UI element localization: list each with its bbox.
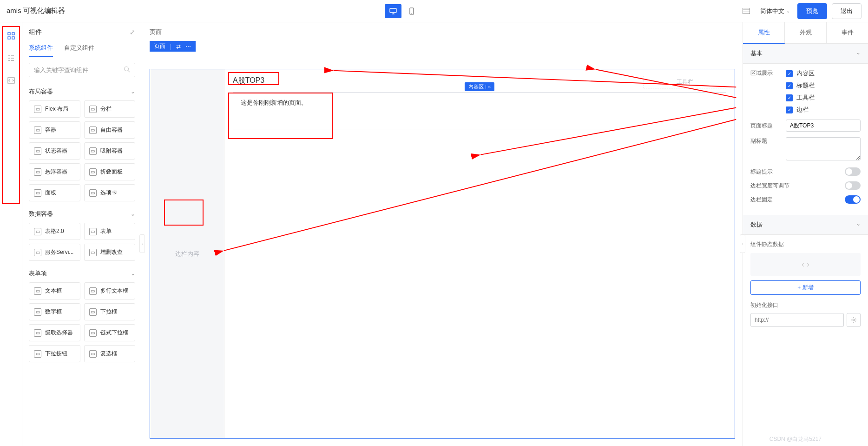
page-main-region[interactable]: A股TOP3 工具栏 内容区 | « 这是你刚刚新增的页面。	[224, 69, 735, 438]
component-icon: ▭	[34, 308, 41, 316]
tab-custom[interactable]: 自定义组件	[64, 40, 94, 57]
check-sidebar[interactable]: ✓边栏	[786, 106, 861, 114]
component-icon: ▭	[89, 147, 97, 155]
section-basic[interactable]: 基本 ⌄	[743, 44, 868, 64]
api-input[interactable]	[750, 313, 844, 327]
component-icon: ▭	[89, 249, 97, 256]
right-drag-handle[interactable]: ›	[740, 234, 745, 253]
sidebar-placeholder: 边栏内容	[175, 250, 199, 258]
code-icon	[7, 77, 15, 84]
toolbar-region[interactable]: 工具栏	[644, 76, 726, 88]
left-drag-handle[interactable]: ‹	[139, 234, 145, 253]
section-header-data[interactable]: 数据容器 ⌄	[29, 205, 135, 223]
language-selector[interactable]: 简体中文 ⌄	[757, 7, 793, 15]
tab-props[interactable]: 属性	[743, 22, 785, 44]
component-item[interactable]: ▭状态容器	[29, 142, 80, 160]
component-item[interactable]: ▭数字框	[29, 303, 80, 320]
subtitle-input[interactable]	[786, 137, 861, 160]
chevron-down-icon: ⌄	[131, 88, 135, 95]
page-title-input[interactable]	[786, 120, 861, 132]
desktop-view-button[interactable]	[385, 4, 401, 18]
component-item[interactable]: ▭容器	[29, 121, 80, 139]
component-item[interactable]: ▭增删改查	[84, 244, 136, 261]
outline-nav[interactable]	[6, 53, 16, 63]
component-icon: ▭	[89, 228, 97, 235]
component-item[interactable]: ▭链式下拉框	[84, 324, 136, 341]
preview-button[interactable]: 预览	[797, 3, 827, 19]
title-hint-switch[interactable]	[845, 167, 861, 176]
component-icon: ▭	[34, 168, 41, 176]
component-label: 链式下拉框	[100, 329, 128, 337]
component-item[interactable]: ▭折叠面板	[84, 163, 136, 180]
tab-system[interactable]: 系统组件	[29, 40, 53, 57]
page-canvas[interactable]: 边栏内容 A股TOP3 工具栏 内容区 | « 这是你刚刚新增的页面。	[150, 69, 735, 439]
search-input[interactable]	[34, 67, 124, 73]
component-item[interactable]: ▭多行文本框	[84, 282, 136, 300]
watermark: CSDN @白龙马5217	[769, 435, 822, 443]
component-item[interactable]: ▭下拉按钮	[29, 345, 80, 362]
component-label: 吸附容器	[100, 147, 123, 155]
add-data-button[interactable]: + 新增	[750, 280, 861, 295]
component-item[interactable]: ▭级联选择器	[29, 324, 80, 341]
exit-button[interactable]: 退出	[832, 3, 861, 19]
label-sidebar-fixed: 边栏固定	[750, 196, 786, 204]
component-label: 面板	[45, 189, 56, 197]
check-titlebar[interactable]: ✓标题栏	[786, 81, 861, 90]
component-item[interactable]: ▭下拉框	[84, 303, 136, 320]
component-label: 悬浮容器	[45, 168, 67, 176]
data-editor[interactable]: ‹ ›	[750, 253, 861, 276]
api-config-button[interactable]	[847, 313, 861, 327]
pin-icon[interactable]: ⤢	[130, 28, 135, 36]
sidebar-resize-switch[interactable]	[845, 181, 861, 190]
desktop-icon	[389, 8, 397, 14]
component-item[interactable]: ▭分栏	[84, 100, 136, 118]
svg-rect-8	[8, 33, 10, 35]
page-body[interactable]: 这是你刚刚新增的页面。	[233, 92, 726, 129]
component-label: 下拉按钮	[45, 350, 67, 358]
code-nav[interactable]	[6, 75, 16, 86]
label-area-display: 区域展示	[750, 69, 786, 77]
component-item[interactable]: ▭服务Servi...	[29, 244, 80, 261]
header-actions: 简体中文 ⌄ 预览 退出	[740, 3, 861, 19]
tab-style[interactable]: 外观	[785, 22, 827, 43]
more-icon[interactable]: ⋯	[185, 43, 191, 50]
mobile-view-button[interactable]	[403, 4, 420, 18]
component-label: Flex 布局	[45, 105, 68, 113]
chevron-down-icon: ⌄	[131, 270, 135, 277]
svg-rect-9	[12, 33, 14, 35]
component-label: 折叠面板	[100, 168, 123, 176]
tab-event[interactable]: 事件	[827, 22, 868, 43]
component-item[interactable]: ▭面板	[29, 184, 80, 201]
component-item[interactable]: ▭吸附容器	[84, 142, 136, 160]
section-header-layout[interactable]: 布局容器 ⌄	[29, 83, 135, 100]
component-icon: ▭	[89, 329, 97, 337]
component-icon: ▭	[89, 350, 97, 358]
component-item[interactable]: ▭选项卡	[84, 184, 136, 201]
component-item[interactable]: ▭悬浮容器	[29, 163, 80, 180]
search-box[interactable]	[29, 63, 135, 77]
component-icon: ▭	[89, 126, 97, 134]
component-item[interactable]: ▭Flex 布局	[29, 100, 80, 118]
sidebar-fixed-switch[interactable]	[845, 195, 861, 204]
component-label: 服务Servi...	[45, 248, 73, 256]
check-toolbar[interactable]: ✓工具栏	[786, 93, 861, 102]
section-header-form[interactable]: 表单项 ⌄	[29, 265, 135, 282]
device-switcher	[65, 4, 740, 18]
component-item[interactable]: ▭表格2.0	[29, 223, 80, 240]
label-static-data: 组件静态数据	[750, 240, 861, 248]
component-item[interactable]: ▭复选框	[84, 345, 136, 362]
component-icon: ▭	[34, 329, 41, 337]
component-item[interactable]: ▭文本框	[29, 282, 80, 300]
grid-icon-button[interactable]	[740, 5, 753, 18]
canvas-selection-toolbar: 页面 | ⇄ ⋯	[150, 41, 196, 52]
component-item[interactable]: ▭自由容器	[84, 121, 136, 139]
check-content[interactable]: ✓内容区	[786, 69, 861, 78]
section-data[interactable]: 数据 ⌄	[743, 215, 868, 235]
form-icon	[743, 8, 750, 14]
chevron-down-icon: ⌄	[856, 49, 861, 58]
component-label: 多行文本框	[100, 287, 128, 295]
page-sidebar-region[interactable]: 边栏内容	[150, 69, 224, 438]
component-item[interactable]: ▭表单	[84, 223, 136, 240]
components-nav[interactable]	[6, 31, 16, 41]
tree-icon[interactable]: ⇄	[176, 43, 181, 50]
